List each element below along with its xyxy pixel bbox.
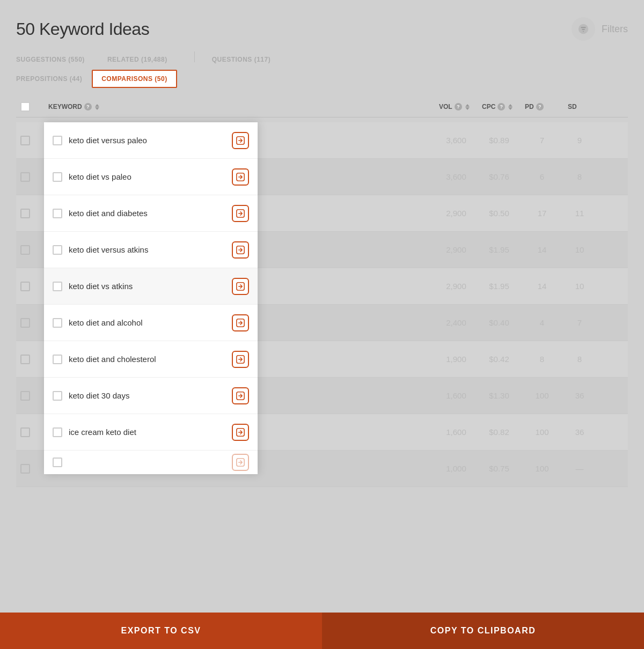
keyword-9-arrow-btn[interactable] (232, 424, 249, 441)
cpc-sort-down-icon (508, 107, 513, 110)
arrow-icon-1 (236, 136, 245, 145)
vol-col-label: VOL (439, 103, 452, 110)
row-3-checkbox[interactable] (53, 209, 62, 218)
keyword-5-arrow-btn[interactable] (232, 278, 249, 295)
vol-info-icon[interactable]: ? (455, 103, 462, 110)
keyword-text-6: keto diet and alcohol (69, 318, 225, 327)
keyword-row-9: ice cream keto diet (44, 414, 258, 451)
tabs-section: SUGGESTIONS (550) RELATED (19,488) QUEST… (16, 51, 628, 88)
svg-rect-2 (582, 29, 585, 30)
tab-divider (194, 51, 195, 62)
tab-suggestions[interactable]: SUGGESTIONS (550) (16, 51, 94, 68)
page-title: 50 Keyword Ideas (16, 19, 149, 39)
header-pd: PD ? (521, 103, 564, 110)
table-header: KEYWORD ? VOL ? CPC (16, 97, 628, 117)
row-1-checkbox[interactable] (53, 136, 62, 145)
keyword-text-5: keto diet vs atkins (69, 282, 225, 291)
bg-pd-1: 7 (521, 136, 564, 145)
cpc-sort-up-icon (508, 104, 513, 107)
row-7-checkbox[interactable] (53, 355, 62, 364)
keyword-text-3: keto diet and diabetes (69, 209, 225, 218)
vol-sort[interactable] (465, 104, 470, 110)
tabs-bottom-row: PREPOSITIONS (44) COMPARISONS (50) (16, 70, 628, 88)
svg-rect-1 (581, 27, 586, 28)
cpc-col-label: CPC (482, 103, 495, 110)
sd-col-label: SD (568, 103, 577, 110)
filter-icon-button[interactable] (572, 17, 595, 41)
keyword-8-arrow-btn[interactable] (232, 387, 249, 404)
keyword-text-1: keto diet versus paleo (69, 136, 225, 145)
pd-info-icon[interactable]: ? (536, 103, 544, 110)
header-checkbox-cell (16, 102, 44, 112)
keyword-sort[interactable] (95, 104, 99, 110)
tab-questions[interactable]: QUESTIONS (117) (212, 51, 281, 68)
keyword-panel: keto diet versus paleo keto diet vs pale… (44, 122, 258, 474)
arrow-icon-9 (236, 428, 245, 437)
row-6-checkbox[interactable] (53, 318, 62, 328)
keyword-text-7: keto diet and cholesterol (69, 355, 225, 364)
keyword-row-7: keto diet and cholesterol (44, 341, 258, 378)
tab-comparisons[interactable]: COMPARISONS (50) (92, 70, 177, 88)
row-2-checkbox[interactable] (53, 172, 62, 182)
keyword-6-arrow-btn[interactable] (232, 314, 249, 331)
keyword-text-4: keto diet versus atkins (69, 245, 225, 254)
keyword-1-arrow-btn[interactable] (232, 132, 249, 149)
keyword-3-arrow-btn[interactable] (232, 205, 249, 222)
keyword-row-5: keto diet vs atkins (44, 268, 258, 305)
header-right: Filters (572, 17, 628, 41)
page-wrapper: 50 Keyword Ideas Filters SUGGESTIONS (55… (0, 0, 644, 649)
bg-vol-1: 3,600 (435, 136, 478, 145)
keyword-row-1: keto diet versus paleo (44, 122, 258, 159)
keyword-info-icon[interactable]: ? (84, 103, 92, 110)
tab-prepositions[interactable]: PREPOSITIONS (44) (16, 71, 92, 87)
bg-checkbox-cell (16, 136, 44, 145)
keyword-4-arrow-btn[interactable] (232, 241, 249, 259)
page-header: 50 Keyword Ideas Filters (16, 17, 628, 41)
keyword-row-2: keto diet vs paleo (44, 159, 258, 195)
keyword-row-8: keto diet 30 days (44, 378, 258, 414)
keyword-7-arrow-btn[interactable] (232, 351, 249, 368)
keyword-row-4: keto diet versus atkins (44, 232, 258, 268)
header-keyword: KEYWORD ? (44, 103, 435, 110)
vol-sort-up-icon (465, 104, 470, 107)
cpc-sort[interactable] (508, 104, 513, 110)
tab-related[interactable]: RELATED (19,488) (107, 51, 177, 68)
sort-down-icon (95, 107, 99, 110)
arrow-icon-8 (236, 392, 245, 400)
header-sd: SD (564, 103, 596, 110)
filter-icon (577, 23, 589, 35)
keyword-col-label: KEYWORD (48, 103, 82, 110)
arrow-icon-10 (236, 458, 245, 467)
main-content: 50 Keyword Ideas Filters SUGGESTIONS (55… (0, 0, 644, 504)
row-4-checkbox[interactable] (53, 245, 62, 255)
table-container: KEYWORD ? VOL ? CPC (16, 97, 628, 504)
keyword-text-8: keto diet 30 days (69, 391, 225, 400)
copy-clipboard-button[interactable]: COPY TO CLIPBOARD (322, 613, 644, 649)
tabs-top-row: SUGGESTIONS (550) RELATED (19,488) QUEST… (16, 51, 628, 68)
row-10-checkbox[interactable] (53, 458, 62, 467)
bg-checkbox (20, 136, 30, 145)
keyword-10-arrow-btn[interactable] (232, 454, 249, 471)
arrow-icon-4 (236, 246, 245, 254)
sort-up-icon (95, 104, 99, 107)
keyword-row-3: keto diet and diabetes (44, 195, 258, 232)
keyword-row-6: keto diet and alcohol (44, 305, 258, 341)
select-all-checkbox[interactable] (20, 102, 30, 112)
row-5-checkbox[interactable] (53, 282, 62, 291)
arrow-icon-6 (236, 319, 245, 327)
keyword-text-9: ice cream keto diet (69, 427, 225, 437)
arrow-icon-2 (236, 173, 245, 181)
export-csv-button[interactable]: EXPORT TO CSV (0, 613, 322, 649)
row-9-checkbox[interactable] (53, 427, 62, 437)
header-cpc: CPC ? (478, 103, 521, 110)
pd-col-label: PD (525, 103, 534, 110)
bg-sd-1: 9 (564, 136, 596, 145)
keyword-2-arrow-btn[interactable] (232, 168, 249, 186)
arrow-icon-5 (236, 282, 245, 291)
svg-rect-3 (583, 31, 584, 32)
row-8-checkbox[interactable] (53, 391, 62, 401)
vol-sort-down-icon (465, 107, 470, 110)
arrow-icon-7 (236, 355, 245, 364)
arrow-icon-3 (236, 209, 245, 218)
cpc-info-icon[interactable]: ? (497, 103, 505, 110)
